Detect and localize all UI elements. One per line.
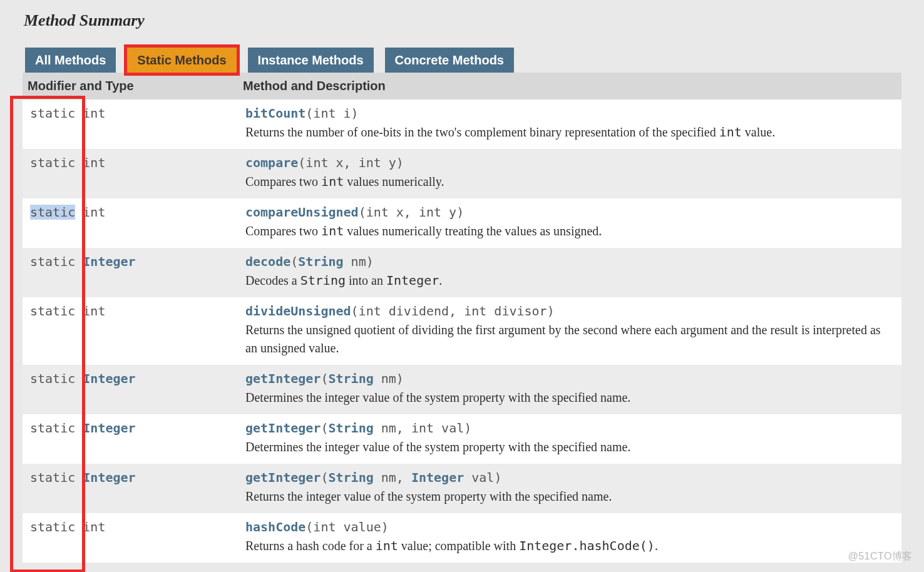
keyword-static: static xyxy=(30,205,75,220)
modifier-and-type: static int xyxy=(23,100,238,149)
method-filter-tabs: All MethodsStatic MethodsInstance Method… xyxy=(25,48,901,73)
method-signature: decode(String nm) xyxy=(245,254,894,269)
keyword-static: static xyxy=(30,421,75,436)
table-row: static IntegergetInteger(String nm, int … xyxy=(23,414,901,464)
tab-all-methods[interactable]: All Methods xyxy=(25,48,116,73)
table-row: static intcompare(int x, int y)Compares … xyxy=(23,149,901,198)
method-description: Decodes a String into an Integer. xyxy=(245,272,894,290)
method-and-description: getInteger(String nm)Determines the inte… xyxy=(238,365,901,414)
javadoc-method-summary: Method Summary All MethodsStatic Methods… xyxy=(0,0,924,572)
tab-instance-methods[interactable]: Instance Methods xyxy=(248,48,374,73)
table-row: static Integerdecode(String nm)Decodes a… xyxy=(23,248,901,297)
method-signature: getInteger(String nm) xyxy=(245,371,894,386)
return-type: int xyxy=(83,155,105,170)
keyword-static: static xyxy=(30,371,75,386)
keyword-static: static xyxy=(30,106,75,121)
table-row: static IntegergetInteger(String nm, Inte… xyxy=(23,464,901,513)
modifier-and-type: static int xyxy=(23,149,238,198)
method-name-link[interactable]: bitCount xyxy=(245,106,305,121)
method-signature: compareUnsigned(int x, int y) xyxy=(245,205,894,220)
method-name-link[interactable]: compareUnsigned xyxy=(245,205,359,220)
keyword-static: static xyxy=(30,304,75,319)
method-name-link[interactable]: decode xyxy=(245,254,290,269)
modifier-and-type: static Integer xyxy=(23,414,238,464)
method-params: (int x, int y) xyxy=(359,205,465,220)
return-type-link[interactable]: Integer xyxy=(83,421,135,436)
method-and-description: bitCount(int i)Returns the number of one… xyxy=(238,100,901,149)
method-signature: hashCode(int value) xyxy=(245,519,894,534)
method-signature: bitCount(int i) xyxy=(245,106,894,121)
table-row: static intdivideUnsigned(int dividend, i… xyxy=(23,297,901,365)
method-name-link[interactable]: hashCode xyxy=(245,519,305,534)
method-signature: divideUnsigned(int dividend, int divisor… xyxy=(245,304,894,319)
section-title: Method Summary xyxy=(24,11,901,30)
method-and-description: divideUnsigned(int dividend, int divisor… xyxy=(238,297,901,365)
tab-static-methods[interactable]: Static Methods xyxy=(127,48,236,73)
method-description: Returns the integer value of the system … xyxy=(245,488,894,506)
col-header-method: Method and Description xyxy=(238,73,901,100)
method-params: (int i) xyxy=(305,106,358,121)
method-description: Determines the integer value of the syst… xyxy=(245,389,894,407)
method-and-description: compare(int x, int y)Compares two int va… xyxy=(238,149,901,198)
method-params: (String nm, int val) xyxy=(321,421,471,436)
table-row: static inthashCode(int value)Returns a h… xyxy=(23,513,901,563)
return-type: int xyxy=(83,519,105,534)
watermark: @51CTO博客 xyxy=(848,550,913,563)
method-signature: getInteger(String nm, Integer val) xyxy=(245,470,894,485)
modifier-and-type: static Integer xyxy=(23,365,238,414)
modifier-and-type: static Integer xyxy=(23,464,238,513)
method-and-description: decode(String nm)Decodes a String into a… xyxy=(238,248,901,297)
method-params: (String nm) xyxy=(321,371,403,386)
method-params: (int dividend, int divisor) xyxy=(351,304,555,319)
method-name-link[interactable]: getInteger xyxy=(245,470,321,485)
method-description: Compares two int values numerically. xyxy=(245,173,894,191)
return-type: int xyxy=(83,304,105,319)
keyword-static: static xyxy=(30,519,75,534)
return-type-link[interactable]: Integer xyxy=(83,254,135,269)
modifier-and-type: static int xyxy=(23,198,238,248)
method-params: (String nm) xyxy=(290,254,373,269)
return-type-link[interactable]: Integer xyxy=(83,470,135,485)
method-and-description: getInteger(String nm, int val)Determines… xyxy=(238,414,901,464)
method-name-link[interactable]: divideUnsigned xyxy=(245,304,351,319)
keyword-static: static xyxy=(30,155,75,170)
method-signature: compare(int x, int y) xyxy=(245,155,894,170)
keyword-static: static xyxy=(30,470,75,485)
tab-concrete-methods[interactable]: Concrete Methods xyxy=(385,48,514,73)
col-header-modifier: Modifier and Type xyxy=(23,73,238,100)
modifier-and-type: static int xyxy=(23,513,238,563)
method-params: (String nm, Integer val) xyxy=(321,470,501,485)
method-description: Returns the number of one-bits in the tw… xyxy=(245,123,894,141)
return-type-link[interactable]: Integer xyxy=(83,371,135,386)
method-params: (int x, int y) xyxy=(298,155,404,170)
keyword-static: static xyxy=(30,254,75,269)
table-row: static IntegergetInteger(String nm)Deter… xyxy=(23,365,901,414)
table-row: static intbitCount(int i)Returns the num… xyxy=(23,100,901,149)
method-and-description: getInteger(String nm, Integer val)Return… xyxy=(238,464,901,513)
method-params: (int value) xyxy=(305,519,388,534)
method-name-link[interactable]: compare xyxy=(245,155,298,170)
method-description: Determines the integer value of the syst… xyxy=(245,438,894,456)
method-and-description: compareUnsigned(int x, int y)Compares tw… xyxy=(238,198,901,248)
method-description: Returns the unsigned quotient of dividin… xyxy=(245,321,894,357)
method-name-link[interactable]: getInteger xyxy=(245,421,321,436)
return-type: int xyxy=(83,106,105,121)
modifier-and-type: static int xyxy=(23,297,238,365)
method-description: Returns a hash code for a int value; com… xyxy=(245,537,894,555)
method-summary-table: Modifier and Type Method and Description… xyxy=(23,73,901,563)
method-name-link[interactable]: getInteger xyxy=(245,371,321,386)
table-row: static intcompareUnsigned(int x, int y)C… xyxy=(23,198,901,248)
method-and-description: hashCode(int value)Returns a hash code f… xyxy=(238,513,901,563)
method-signature: getInteger(String nm, int val) xyxy=(245,421,894,436)
method-description: Compares two int values numerically trea… xyxy=(245,222,894,240)
modifier-and-type: static Integer xyxy=(23,248,238,297)
return-type: int xyxy=(83,205,105,220)
